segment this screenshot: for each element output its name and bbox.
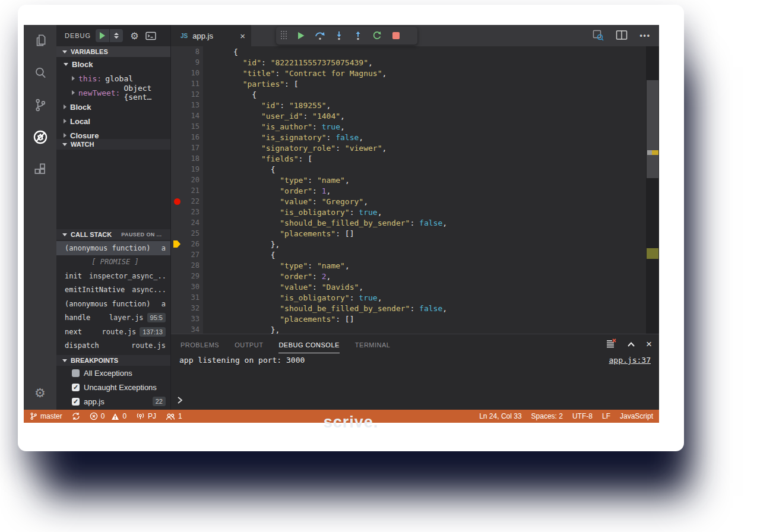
callstack-row[interactable]: [ PROMISE ] — [56, 255, 170, 270]
editor-gutter[interactable]: 11 — [171, 78, 203, 89]
console-source-link[interactable]: app.js:37 — [609, 356, 651, 365]
editor-gutter[interactable]: 27 — [171, 249, 203, 260]
editor-gutter[interactable]: 14 — [171, 110, 203, 121]
line-number[interactable]: 9 — [183, 58, 200, 66]
restart-button[interactable] — [368, 27, 387, 44]
scope-row[interactable]: Local — [56, 114, 170, 128]
continue-button[interactable] — [292, 27, 311, 44]
variable-row[interactable]: newTweet: Object {sent… — [56, 86, 170, 100]
line-number[interactable]: 19 — [183, 165, 200, 173]
line-number[interactable]: 26 — [183, 240, 200, 248]
line-number[interactable]: 18 — [183, 154, 200, 163]
line-number[interactable]: 14 — [183, 112, 200, 120]
callstack-row[interactable]: handlelayer.js95:5 — [56, 311, 170, 325]
start-debug-button[interactable] — [96, 29, 109, 42]
editor-gutter[interactable]: 32 — [171, 303, 203, 314]
editor-gutter[interactable]: 12 — [171, 89, 203, 100]
glyph-margin[interactable] — [171, 240, 183, 248]
code-line[interactable]: 27 { — [171, 249, 659, 260]
breakpoint-checkbox[interactable] — [72, 369, 80, 377]
glyph-margin[interactable] — [171, 198, 183, 205]
line-number[interactable]: 34 — [183, 325, 200, 334]
debug-console-toggle-icon[interactable] — [145, 31, 156, 40]
breakpoint-checkbox[interactable]: ✓ — [72, 398, 80, 406]
line-number[interactable]: 30 — [183, 283, 200, 291]
line-number[interactable]: 28 — [183, 261, 200, 270]
editor-gutter[interactable]: 31 — [171, 292, 203, 303]
line-number[interactable]: 29 — [183, 272, 200, 280]
line-number[interactable]: 33 — [183, 315, 200, 323]
code-line[interactable]: 16 "is_signatory": false, — [171, 132, 659, 142]
overview-ruler[interactable] — [646, 46, 659, 334]
editor-gutter[interactable]: 34 — [171, 324, 203, 334]
editor-gutter[interactable]: 33 — [171, 314, 203, 324]
line-number[interactable]: 24 — [183, 218, 200, 227]
maximize-panel-icon[interactable] — [627, 340, 635, 349]
code-line[interactable]: 26 }, — [171, 239, 659, 249]
line-number[interactable]: 13 — [183, 101, 200, 109]
line-number[interactable]: 21 — [183, 186, 200, 195]
code-line[interactable]: 25 "placements": [] — [171, 228, 659, 239]
code-line[interactable]: 20 "type": "name", — [171, 175, 659, 185]
editor-gutter[interactable]: 19 — [171, 164, 203, 175]
close-panel-icon[interactable]: × — [646, 338, 652, 350]
twistie-icon[interactable] — [64, 119, 66, 124]
panel-tab-output[interactable]: OUTPUT — [235, 336, 263, 353]
stop-button[interactable] — [387, 27, 406, 44]
line-number[interactable]: 15 — [183, 122, 200, 131]
search-icon[interactable] — [24, 57, 56, 89]
code-line[interactable]: 23 "is_obligatory": true, — [171, 207, 659, 217]
breakpoint-row[interactable]: ✓Uncaught Exceptions — [56, 380, 170, 394]
code-line[interactable]: 34 }, — [171, 324, 659, 334]
scope-row[interactable]: Block — [56, 57, 170, 71]
editor-gutter[interactable]: 13 — [171, 100, 203, 110]
line-number[interactable]: 31 — [183, 293, 200, 302]
line-number[interactable]: 17 — [183, 144, 200, 152]
line-number[interactable]: 10 — [183, 69, 200, 77]
line-number[interactable]: 27 — [183, 251, 200, 259]
line-number[interactable]: 12 — [183, 90, 200, 99]
code-line[interactable]: 18 "fields": [ — [171, 153, 659, 164]
callstack-row[interactable]: emitInitNativeasync... — [56, 283, 170, 297]
editor-gutter[interactable]: 10 — [171, 68, 203, 78]
editor-gutter[interactable]: 17 — [171, 142, 203, 153]
configure-gear-icon[interactable]: ⚙ — [130, 30, 138, 42]
editor-gutter[interactable]: 20 — [171, 175, 203, 185]
code-line[interactable]: 31 "is_obligatory": true, — [171, 292, 659, 303]
editor-gutter[interactable]: 8 — [171, 46, 203, 57]
settings-gear-icon[interactable]: ⚙ — [24, 386, 56, 400]
twistie-icon[interactable] — [64, 104, 66, 109]
code-line[interactable]: 15 "is_author": true, — [171, 121, 659, 132]
scope-row[interactable]: Block — [56, 100, 170, 114]
step-over-button[interactable] — [311, 27, 330, 44]
code-line[interactable]: 14 "user_id": "1404", — [171, 110, 659, 121]
launch-config-dropdown[interactable] — [109, 29, 123, 42]
twistie-icon[interactable] — [72, 90, 75, 95]
step-out-button[interactable] — [349, 27, 368, 44]
twistie-icon[interactable] — [72, 76, 75, 81]
editor-gutter[interactable]: 29 — [171, 271, 203, 281]
line-number[interactable]: 20 — [183, 176, 200, 184]
panel-tab-debug-console[interactable]: DEBUG CONSOLE — [278, 336, 339, 353]
code-line[interactable]: 11 "parties": [ — [171, 78, 659, 89]
line-number[interactable]: 8 — [183, 48, 200, 56]
watch-section-header[interactable]: WATCH — [56, 139, 170, 150]
breakpoint-dot[interactable] — [174, 198, 180, 205]
variables-section-header[interactable]: VARIABLES — [56, 46, 170, 57]
tab-close-icon[interactable]: × — [240, 31, 245, 41]
clear-console-icon[interactable] — [606, 338, 616, 350]
editor-gutter[interactable]: 26 — [171, 239, 203, 249]
callstack-row[interactable]: initinspector_async_.. — [56, 269, 170, 283]
editor-gutter[interactable]: 18 — [171, 153, 203, 164]
code-line[interactable]: 29 "order": 2, — [171, 271, 659, 281]
line-number[interactable]: 16 — [183, 133, 200, 141]
code-line[interactable]: 30 "value": "Davids", — [171, 281, 659, 292]
editor-gutter[interactable]: 28 — [171, 260, 203, 271]
code-line[interactable]: 19 { — [171, 164, 659, 175]
scope-row[interactable]: Closure — [56, 128, 170, 139]
explorer-icon[interactable] — [24, 25, 56, 57]
code-line[interactable]: 8{ — [171, 46, 659, 57]
callstack-section-header[interactable]: CALL STACK PAUSED ON ... — [56, 229, 170, 240]
editor-gutter[interactable]: 25 — [171, 228, 203, 239]
scrollbar-thumb[interactable] — [647, 80, 658, 178]
